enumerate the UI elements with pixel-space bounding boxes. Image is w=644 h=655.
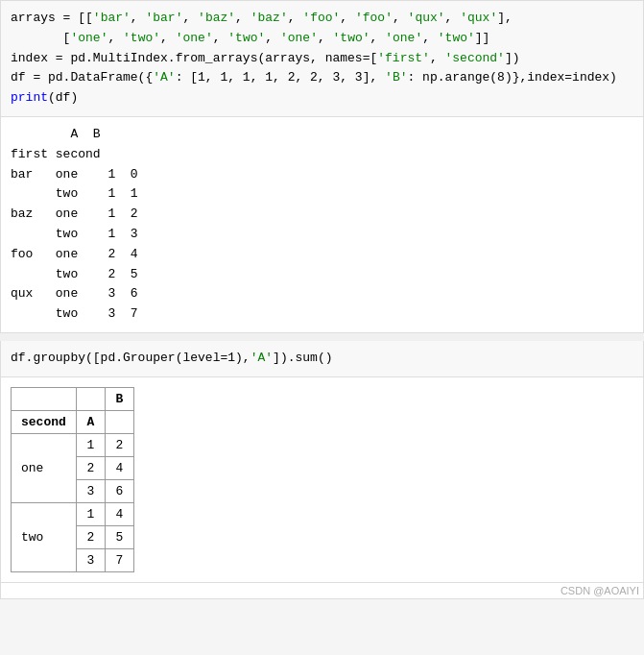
str-bar2: 'bar': [145, 11, 182, 25]
str-two3: 'two': [333, 31, 370, 45]
code-block-1: arrays = [['bar', 'bar', 'baz', 'baz', '…: [0, 0, 644, 117]
col-a-header: A: [76, 410, 105, 433]
str-baz2: 'baz': [250, 11, 288, 25]
str-a-col: 'A': [250, 351, 273, 365]
str-two1: 'two': [123, 31, 160, 45]
str-one4: 'one': [385, 31, 422, 45]
str-two4: 'two': [438, 31, 475, 45]
output-block-1: A B first second bar one 1 0 two 1 1 baz…: [0, 117, 644, 333]
kw-print: print: [11, 90, 48, 105]
table-row: one 1 2: [12, 433, 134, 456]
section-divider: [0, 333, 644, 341]
str-foo1: 'foo': [302, 11, 340, 25]
str-second: 'second': [444, 51, 504, 65]
col-second-header: second: [12, 410, 77, 433]
row-label-one: one: [12, 433, 77, 502]
row-label-two: two: [12, 502, 77, 571]
code-block-2: df.groupby([pd.Grouper(level=1),'A']).su…: [0, 341, 644, 377]
one-a2: 2: [76, 456, 105, 479]
table-header-b-row: B: [12, 387, 134, 410]
empty-header-bot-right: [105, 410, 133, 433]
two-b1: 4: [105, 502, 133, 525]
str-qux2: 'qux': [460, 11, 497, 25]
str-qux1: 'qux': [408, 11, 445, 25]
one-a1: 1: [76, 433, 105, 456]
str-foo2: 'foo': [355, 11, 393, 25]
two-b2: 5: [105, 525, 133, 548]
str-one3: 'one': [280, 31, 318, 45]
str-bar1: 'bar': [93, 11, 131, 25]
table-row: two 1 4: [12, 502, 134, 525]
one-a3: 3: [76, 479, 105, 502]
two-a3: 3: [76, 548, 105, 571]
str-baz1: 'baz': [198, 11, 235, 25]
table-header-second-a-row: second A: [12, 410, 134, 433]
two-a2: 2: [76, 525, 105, 548]
two-b3: 7: [105, 548, 133, 571]
str-one1: 'one': [70, 31, 107, 45]
level-num: 1: [227, 351, 235, 365]
str-col-b: 'B': [385, 70, 407, 85]
empty-header-top-left: [12, 387, 77, 410]
two-a1: 1: [76, 502, 105, 525]
col-b-header: B: [105, 387, 133, 410]
one-b3: 6: [105, 479, 133, 502]
str-one2: 'one': [176, 31, 213, 45]
str-first: 'first': [377, 51, 430, 65]
code-line-arrays: arrays = [['bar', 'bar', 'baz', 'baz', '…: [11, 11, 617, 105]
one-b2: 4: [105, 456, 133, 479]
str-two2: 'two': [227, 31, 265, 45]
table-output: B second A one 1 2 2 4 3 6: [0, 377, 644, 583]
one-b1: 2: [105, 433, 133, 456]
watermark: CSDN @AOAIYI: [0, 583, 644, 599]
empty-header-top-mid: [76, 387, 105, 410]
grouped-table: B second A one 1 2 2 4 3 6: [11, 387, 134, 572]
str-col-a: 'A': [153, 70, 175, 85]
